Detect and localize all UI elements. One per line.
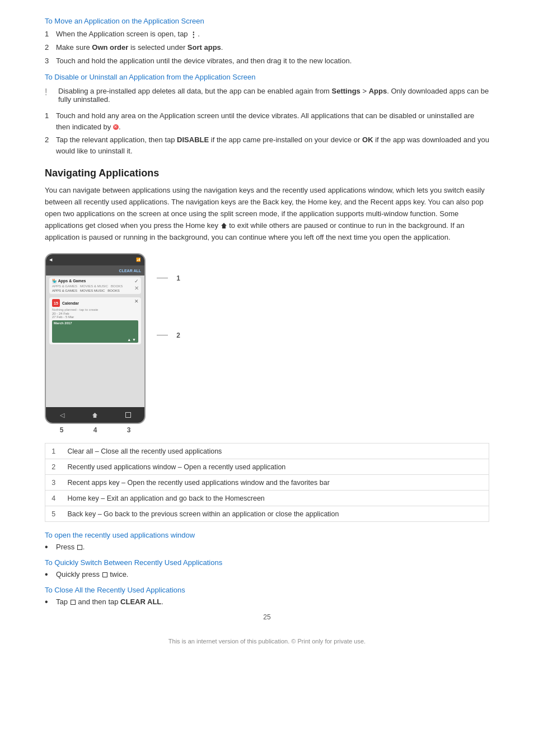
callout-1: 1 [176, 274, 180, 282]
row-text: Recently used applications window – Open… [62, 459, 489, 475]
page-footer: This is an internet version of this publ… [45, 638, 489, 645]
row-text: Back key – Go back to the previous scree… [62, 506, 489, 522]
row-text: Home key – Exit an application and go ba… [62, 491, 489, 506]
bullet-dot: • [45, 598, 53, 606]
row-num: 5 [45, 506, 62, 522]
close-all-bullet: • Tap and then tap CLEAR ALL. [45, 598, 489, 606]
step-content: Tap the relevant application, then tap D… [56, 134, 489, 156]
move-app-section: To Move an Application on the Applicatio… [45, 17, 489, 66]
step-num: 2 [45, 134, 56, 156]
move-app-heading: To Move an Application on the Applicatio… [45, 17, 489, 25]
close-all-heading: To Close All the Recently Used Applicati… [45, 586, 489, 594]
callout-table: 1 Clear all – Close all the recently use… [45, 443, 489, 522]
diagram-section: ◀ 📶 CLEAR ALL 🏪 Apps & Games ✓ APPS & GA… [45, 253, 489, 434]
warning-icon: ! [45, 87, 54, 97]
table-row: 4 Home key – Exit an application and go … [45, 491, 489, 506]
callout-2: 2 [176, 332, 180, 339]
sort-apps-label: Sort apps [188, 43, 221, 52]
callout-3: 3 [127, 426, 131, 434]
close-all-section: To Close All the Recently Used Applicati… [45, 586, 489, 606]
table-row: 5 Back key – Go back to the previous scr… [45, 506, 489, 522]
step-num: 2 [45, 42, 56, 53]
step-content: Touch and hold the application until the… [56, 55, 489, 67]
step-num: 1 [45, 110, 56, 132]
open-window-section: To open the recently used applications w… [45, 531, 489, 552]
step-content: When the Application screen is open, tap… [56, 29, 489, 40]
disable-app-section: To Disable or Uninstall an Application f… [45, 73, 489, 156]
open-window-heading: To open the recently used applications w… [45, 531, 489, 539]
open-window-bullet: • Press . [45, 543, 489, 552]
disable-app-heading: To Disable or Uninstall an Application f… [45, 73, 489, 81]
row-num: 2 [45, 459, 62, 475]
ok-label: OK [362, 136, 373, 144]
x-circle-icon: ✕ [113, 124, 119, 130]
warning-text: Disabling a pre-installed app deletes al… [58, 87, 489, 104]
step-content: Make sure Own order is selected under So… [56, 42, 489, 53]
row-text: Clear all – Close all the recently used … [62, 444, 489, 459]
clear-all-label: CLEAR ALL [120, 598, 161, 606]
own-order-label: Own order [92, 43, 128, 52]
navigating-body: You can navigate between applications us… [45, 185, 489, 243]
rect-icon [71, 600, 76, 605]
page-number: 25 [45, 613, 489, 621]
move-app-steps: 1 When the Application screen is open, t… [45, 29, 489, 66]
quick-switch-bullet: • Quickly press twice. [45, 570, 489, 579]
quick-switch-section: To Quickly Switch Between Recently Used … [45, 558, 489, 579]
navigating-title: Navigating Applications [45, 167, 489, 179]
row-num: 4 [45, 491, 62, 506]
step-content: Touch and hold any area on the Applicati… [56, 110, 489, 132]
rect-icon [102, 572, 107, 577]
disable-label: DISABLE [177, 136, 209, 144]
settings-label: Settings [332, 87, 360, 95]
open-window-text: Press . [56, 543, 85, 551]
row-num: 3 [45, 475, 62, 491]
table-row: 3 Recent apps key – Open the recently us… [45, 475, 489, 491]
rect-icon [77, 545, 82, 550]
table-row: 1 Clear all – Close all the recently use… [45, 444, 489, 459]
bullet-dot: • [45, 570, 53, 579]
disable-app-steps: 1 Touch and hold any area on the Applica… [45, 110, 489, 156]
three-dots-icon: ⋮ [190, 29, 198, 40]
quick-switch-text: Quickly press twice. [56, 570, 128, 578]
apps-label: Apps [369, 87, 387, 95]
step-num: 1 [45, 29, 56, 40]
close-all-text: Tap and then tap CLEAR ALL. [56, 598, 163, 606]
warning-block: ! Disabling a pre-installed app deletes … [45, 87, 489, 104]
callout-4: 4 [93, 426, 97, 434]
table-row: 2 Recently used applications window – Op… [45, 459, 489, 475]
step-num: 3 [45, 55, 56, 67]
bullet-dot: • [45, 543, 53, 552]
row-text: Recent apps key – Open the recently used… [62, 475, 489, 491]
quick-switch-heading: To Quickly Switch Between Recently Used … [45, 558, 489, 567]
navigating-section: Navigating Applications You can navigate… [45, 167, 489, 243]
row-num: 1 [45, 444, 62, 459]
callout-5: 5 [60, 426, 64, 434]
phone-diagram: ◀ 📶 CLEAR ALL 🏪 Apps & Games ✓ APPS & GA… [45, 253, 168, 434]
